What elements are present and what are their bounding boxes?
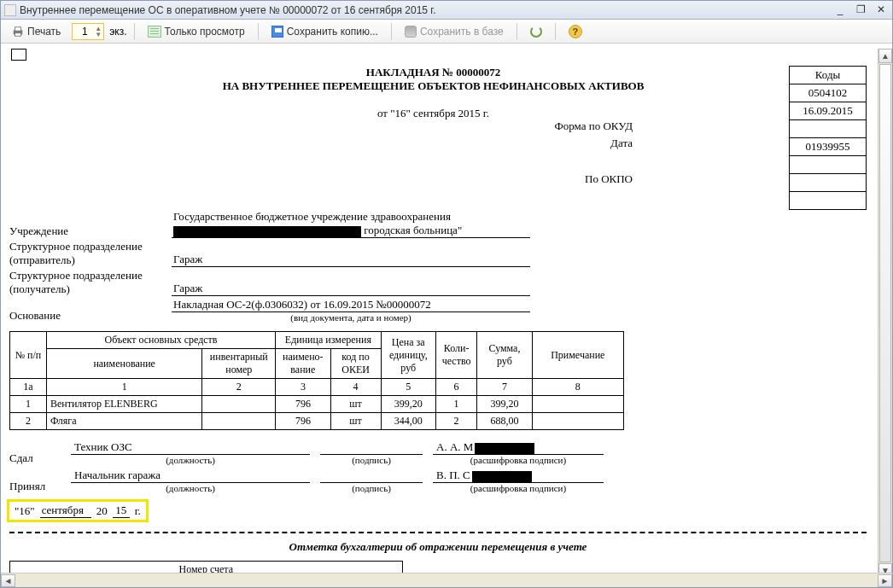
separator [555,23,556,40]
scroll-down-button[interactable]: ▼ [878,563,892,573]
sign-month: сентября [40,504,91,518]
print-button[interactable]: Печать [6,23,67,40]
separator [258,23,259,40]
name-caption: (расшифровка подписи) [433,483,604,493]
preview-only-label: Только просмотр [165,26,245,38]
handed-pos: Техник ОЗС [71,440,310,455]
sign-day: "16" [15,504,35,518]
toolbar: Печать ▲▼ экз. Только просмотр Сохранить… [1,20,892,44]
th-unit: Единица измерения [276,332,381,349]
vertical-scrollbar[interactable]: ▲ ▼ [878,49,892,573]
close-button[interactable]: ✕ [873,4,889,16]
app-icon [4,4,16,16]
empty-code-1 [790,120,867,138]
separator [134,23,135,40]
redacted-name [472,471,532,482]
minimize-button[interactable]: _ [832,4,848,16]
sum-head: Сумма [402,562,624,573]
basis-value: Накладная ОС-2(ф.0306032) от 16.09.2015 … [172,298,530,312]
okpo-label: По ОКПО [585,172,633,186]
sign-date-highlight: "16" сентября 20 15 г. [9,502,146,520]
handed-sign [320,440,423,455]
doc-title-1: НАКЛАДНАЯ № 00000072 [9,66,789,79]
save-db-label: Сохранить в базе [420,26,504,38]
receiver-label-1: Структурное подразделение [9,269,172,282]
separator [517,23,517,40]
received-pos: Начальник гаража [71,469,310,483]
mark-title: Отметка бухгалтерии об отражении перемещ… [9,540,867,554]
redacted-org [173,226,361,237]
sender-label-1: Структурное подразделение [9,240,172,253]
diskette-icon [271,26,283,38]
svg-rect-1 [15,26,21,30]
svg-rect-2 [15,32,21,36]
numrow: 1а 1 2 3 4 5 6 7 8 [10,379,624,396]
print-label: Печать [27,26,61,38]
separator [391,23,392,40]
sign-y-prefix: 20 [96,504,108,518]
org-label: Учреждение [9,224,172,238]
save-copy-button[interactable]: Сохранить копию... [266,23,384,40]
sign-y-suffix: 15 [113,504,130,518]
sheet-icon [148,26,161,38]
scroll-up-button[interactable]: ▲ [878,49,892,63]
scroll-thumb[interactable] [879,64,891,562]
received-name: В. П. С [433,469,604,483]
sender-label-2: (отправитель) [9,253,172,267]
received-sign [320,469,423,483]
codes-header: Коды [790,67,867,84]
okud-label: Форма по ОКУД [555,119,633,133]
copies-spinner[interactable]: ▲▼ [72,23,104,40]
print-page: НАКЛАДНАЯ № 00000072 НА ВНУТРЕННЕЕ ПЕРЕМ… [9,49,884,573]
pos-caption: (должность) [71,455,310,465]
doc-title-2: НА ВНУТРЕННЕЕ ПЕРЕМЕЩЕНИЕ ОБЪЕКТОВ НЕФИН… [9,79,789,93]
okpo-value: 01939955 [790,138,867,156]
scroll-left-button[interactable]: ◄ [1,574,15,587]
printer-icon [12,26,24,38]
th-sum: Сумма, руб [477,332,532,379]
titlebar: Внутреннее перемещение ОС в оперативном … [1,1,892,20]
th-npp: № п/п [10,332,47,379]
th-unit-code: код по ОКЕИ [330,349,381,379]
th-qty: Коли- чество [435,332,476,379]
spinner-arrows[interactable]: ▲▼ [95,26,102,38]
restore-button[interactable]: ❐ [853,4,868,16]
table-row: 1 Вентилятор ELENBERG 796 шт 399,20 1 39… [10,396,624,413]
handed-name: А. А. М [433,440,604,455]
refresh-button[interactable] [524,23,548,40]
copies-input[interactable] [74,25,95,38]
th-obj-name: наименование [46,349,201,379]
horizontal-scrollbar[interactable]: ◄ ► [1,573,892,587]
receiver-label-2: (получатель) [9,282,172,296]
pos-caption: (должность) [71,483,310,493]
th-note: Примечание [532,332,623,379]
document-viewport[interactable]: НАКЛАДНАЯ № 00000072 НА ВНУТРЕННЕЕ ПЕРЕМ… [1,44,892,573]
received-label: Принял [9,480,61,493]
sign-caption: (подпись) [320,483,423,493]
scroll-right-button[interactable]: ► [878,574,892,587]
th-obj: Объект основных средств [46,332,275,349]
sender-value: Гараж [172,253,530,267]
corner-box [11,49,26,61]
org-prefix: Государственное бюджетное учреждение здр… [173,210,451,223]
org-value: Государственное бюджетное учреждение здр… [172,210,530,238]
preview-only-button[interactable]: Только просмотр [142,23,251,40]
window-title: Внутреннее перемещение ОС в оперативном … [20,4,832,16]
okud-value: 0504102 [790,84,867,102]
th-price: Цена за единицу, руб [381,332,435,379]
empty-code-3 [790,174,867,192]
accounting-table: Номер счета Сумма по дебету по кредиту 2… [9,561,624,573]
redacted-name [475,443,534,454]
date-value: 16.09.2015 [790,102,867,120]
save-db-button[interactable]: Сохранить в базе [399,23,510,40]
sign-y-end: г. [135,504,141,518]
name-caption: (расшифровка подписи) [433,455,604,465]
save-copy-label: Сохранить копию... [287,26,378,38]
copies-suffix: экз. [109,26,126,38]
refresh-icon [530,26,542,38]
basis-caption: (вид документа, дата и номер) [172,312,530,323]
empty-code-4 [790,192,867,210]
help-button[interactable]: ? [563,22,588,41]
org-suffix: городская больница" [364,224,462,236]
codes-table: Коды 0504102 16.09.2015 01939955 [789,66,867,210]
